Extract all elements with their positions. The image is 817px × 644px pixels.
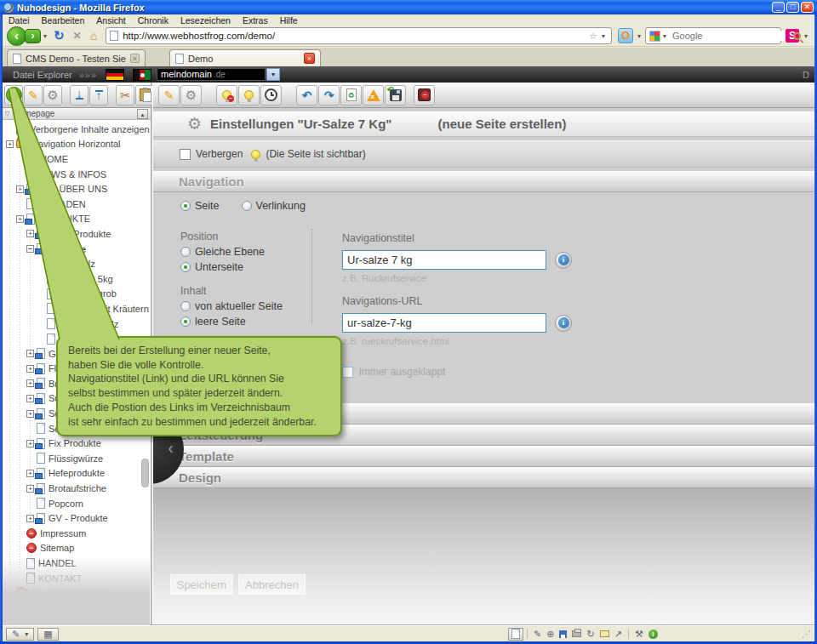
tools-icon[interactable]: ⚒	[635, 629, 643, 640]
move-down-button[interactable]: ↓	[70, 85, 89, 105]
new-page-button[interactable]: +	[4, 85, 23, 105]
tree-scrollbar-thumb[interactable]	[141, 459, 149, 487]
url-dropdown[interactable]: ▾	[599, 32, 608, 40]
expand-icon[interactable]: +	[26, 350, 34, 357]
tab-cms-demo[interactable]: CMS Demo - Testen Sie unseren Web C... ×	[7, 49, 146, 66]
save-icon[interactable]	[559, 630, 567, 638]
page-settings-button[interactable]: ⚙	[43, 85, 62, 105]
hide-page-button[interactable]: −	[216, 85, 237, 105]
maximize-button[interactable]: □	[786, 2, 799, 13]
radio-gleiche-ebene[interactable]: Gleiche Ebene	[180, 246, 283, 258]
bookmark-star-icon[interactable]: ☆	[587, 31, 599, 42]
expand-icon[interactable]: +	[26, 440, 34, 447]
radio-leere-seite[interactable]: leere Seite	[180, 316, 283, 328]
menu-bearbeiten[interactable]: Bearbeiten	[36, 15, 91, 26]
undo-button[interactable]: ↶	[296, 85, 317, 105]
tree-item[interactable]: Ur - Salz 5kg	[3, 271, 151, 287]
printer-icon[interactable]	[572, 630, 581, 637]
addon-dropdown[interactable]: ▾	[635, 32, 643, 40]
pen-dropdown[interactable]: ▾	[22, 630, 31, 638]
tree-root-header[interactable]: ▽ Homepage ▴	[3, 108, 151, 120]
edit-icon[interactable]: ✎	[534, 629, 541, 640]
expand-icon[interactable]: +	[26, 470, 34, 477]
edit-page-button[interactable]: ✎	[24, 85, 43, 105]
german-flag-icon[interactable]	[106, 69, 124, 81]
tree-item[interactable]: BIOLADEN	[3, 197, 151, 212]
second-flag-icon[interactable]	[133, 69, 151, 81]
radio-seite[interactable]: Seite	[180, 200, 220, 212]
radio-von-aktueller-seite[interactable]: von aktueller Seite	[180, 300, 283, 312]
expand-icon[interactable]: +	[26, 515, 34, 522]
mail-icon[interactable]	[600, 630, 609, 637]
move-up-button[interactable]: ↑	[89, 85, 108, 105]
chevrons-icon[interactable]: »»»	[79, 70, 97, 80]
tree-item[interactable]: Flüssigwürze	[3, 451, 151, 466]
tab-demo[interactable]: Demo ×	[169, 49, 321, 66]
save-page-button[interactable]: ↶	[385, 85, 406, 105]
settings-button[interactable]: ⚙	[180, 85, 202, 105]
menu-lesezeichen[interactable]: Lesezeichen	[174, 15, 237, 26]
save-button[interactable]: Speichern	[170, 574, 233, 595]
expand-icon[interactable]: +	[6, 140, 14, 148]
history-dropdown[interactable]: ▾	[41, 32, 49, 40]
search-box[interactable]: ▾	[645, 27, 781, 44]
section-design[interactable]: Design	[153, 467, 814, 488]
redo-button[interactable]: ↷	[318, 85, 340, 105]
delete-warning-button[interactable]: x	[363, 85, 384, 105]
verbergen-checkbox[interactable]	[180, 149, 191, 160]
search-input[interactable]	[669, 31, 793, 41]
tree-item[interactable]: Ur - Salz mit Kräutern	[3, 301, 151, 316]
navtitle-input[interactable]	[342, 250, 546, 270]
schedule-button[interactable]	[260, 85, 282, 105]
tree-item[interactable]: −HOME	[3, 151, 151, 167]
menu-chronik[interactable]: Chronik	[132, 15, 174, 26]
globe-icon[interactable]: ⊕	[546, 629, 554, 640]
tree-item[interactable]: Himalaya Salz	[3, 316, 151, 332]
forward-button[interactable]: ›	[25, 29, 41, 43]
immer-ausgeklappt-option[interactable]: immer ausgeklappt	[342, 366, 445, 378]
arrow-icon[interactable]: ↗	[614, 629, 622, 640]
reload-button[interactable]: ↻	[49, 28, 69, 43]
tab-close-icon[interactable]: ×	[130, 54, 140, 63]
tree-item[interactable]: KONTAKT	[3, 571, 151, 586]
navurl-input[interactable]	[342, 313, 546, 333]
tab-close-icon[interactable]: ×	[304, 53, 315, 64]
section-template[interactable]: Template	[153, 446, 814, 467]
expand-icon[interactable]: +	[26, 410, 34, 418]
radio-verlinkung[interactable]: Verlinkung	[242, 200, 306, 212]
expand-icon[interactable]: +	[26, 485, 34, 493]
tree-item[interactable]: Ur - Salz	[3, 256, 151, 271]
tree-item[interactable]: +Fix Produkte	[3, 436, 151, 451]
info-icon[interactable]: i	[555, 252, 572, 269]
domain-input[interactable]: meindomain .de	[157, 68, 266, 81]
expand-icon[interactable]: +	[26, 365, 34, 373]
checkbox-icon[interactable]: ✓	[16, 124, 26, 134]
tree-item[interactable]: HANDEL	[3, 556, 151, 571]
expand-icon[interactable]: +	[16, 215, 24, 223]
search-icon[interactable]	[793, 32, 801, 40]
stop-button[interactable]: ✕	[69, 30, 86, 42]
expand-icon[interactable]: +	[26, 379, 34, 387]
edit-button[interactable]: ✎	[158, 85, 180, 105]
expand-icon[interactable]: +	[16, 185, 24, 193]
restore-button[interactable]: ♻	[340, 85, 362, 105]
tree-item[interactable]: +Navigation Horizontal	[3, 137, 151, 152]
paste-button[interactable]	[135, 85, 154, 105]
trash-button[interactable]	[414, 85, 435, 105]
expand-icon[interactable]: +	[26, 395, 34, 402]
tree-item[interactable]: ✓Verborgene Inhalte anzeigen	[3, 122, 151, 137]
back-button[interactable]: ‹	[7, 26, 26, 46]
tree-item[interactable]: +Neue Produkte	[3, 226, 151, 242]
tree-item[interactable]: +Brotaufstriche	[3, 481, 151, 496]
table-tool-button[interactable]: ▦	[37, 628, 58, 641]
collapse-icon[interactable]: −	[26, 245, 34, 253]
tree-item[interactable]: +PRODUKTE	[3, 212, 151, 227]
page-tool-button[interactable]	[508, 628, 523, 641]
collapse-icon[interactable]: ▽	[5, 111, 9, 117]
info-icon[interactable]: i	[648, 630, 658, 639]
tree-item[interactable]: −Impressum	[3, 526, 151, 541]
refresh-icon[interactable]: ↻	[586, 629, 594, 640]
cut-button[interactable]: ✂	[116, 85, 134, 105]
section-navigation[interactable]: Navigation	[153, 171, 814, 192]
expand-icon[interactable]: +	[26, 230, 34, 237]
